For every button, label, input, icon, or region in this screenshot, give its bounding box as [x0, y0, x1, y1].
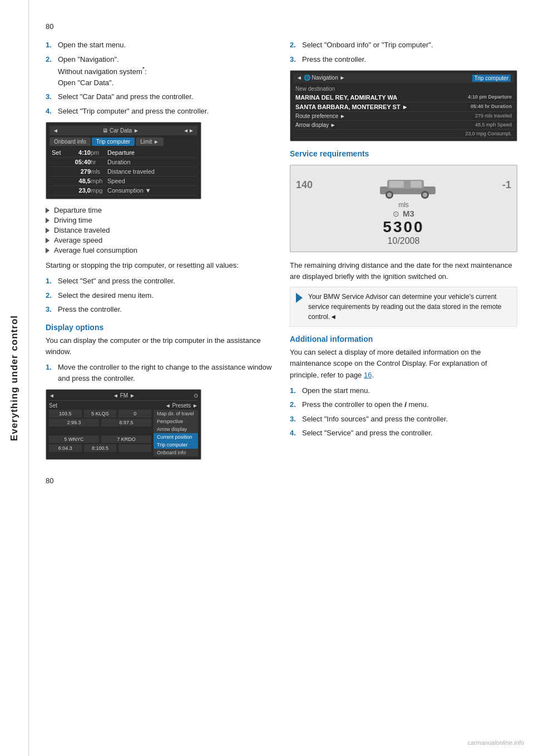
service-symbol-icon: ⊙ — [393, 209, 399, 218]
nav-dest-2: SANTA BARBARA, MONTERREY ST ► 05:40 hr D… — [293, 102, 514, 112]
nav-row-1-val: 279 mls traveled — [475, 113, 512, 119]
reset-steps: 1. Select "Set" and press the controller… — [46, 276, 273, 315]
fm-row-3 — [49, 428, 151, 434]
fm-icon: ⊙ — [194, 392, 198, 399]
fm-menu-map-dir: Map dir. of travel — [154, 410, 198, 418]
car-data-screen: ◄ 🖥 Car Data ► ◄► Onboard info Trip comp… — [46, 122, 201, 199]
add-step-2-text: Press the controller to open the i menu. — [302, 399, 429, 410]
add-step-1: 1. Open the start menu. — [290, 385, 517, 396]
screen-title: 🖥 Car Data ► — [102, 127, 139, 134]
svg-rect-3 — [411, 181, 422, 188]
svg-point-5 — [387, 193, 392, 197]
info-box-text: Your BMW Service Advisor can determine y… — [308, 292, 511, 322]
fm-menu-perspective: Perspective — [154, 418, 198, 425]
nav-top-bar: ◄ 🌐 Navigation ► Trip computer — [293, 73, 514, 83]
fm-row-1: 103.5 5 KLQS 0 — [49, 410, 151, 418]
row-0-val: 4:10 — [68, 149, 91, 156]
fm-station-2: 5 KLQS — [84, 410, 117, 418]
info-triangle-icon — [296, 293, 303, 303]
reset-step-2: 2. Select the desired menu item. — [46, 290, 273, 301]
step-2: 2. Open "Navigation".Without navigation … — [46, 54, 273, 89]
tab-trip-computer[interactable]: Trip computer — [92, 138, 135, 146]
fm-set-label: Set — [49, 402, 57, 409]
page-num-label: 80 — [46, 22, 53, 31]
row-3-val: 48,5 — [68, 178, 91, 184]
fm-row-2: 2:99.3 6:97.5 — [49, 419, 151, 426]
arrow-icon-1 — [46, 208, 50, 213]
svg-rect-2 — [389, 181, 404, 188]
tab-onboard[interactable]: Onboard info — [50, 138, 91, 146]
fm-menu-current-pos[interactable]: Current position — [154, 433, 198, 441]
reset-step-3: 3. Press the controller. — [46, 304, 273, 315]
row-2-unit: mls — [91, 168, 107, 175]
bullet-avg-speed: Average speed — [46, 236, 273, 244]
main-content: 80 1. Open the start menu. 2. Open "Navi… — [29, 0, 534, 756]
fm-stations: 103.5 5 KLQS 0 2:99.3 6:97.5 5 WNYC — [49, 410, 151, 456]
nav-row-1-label: Route preference ► — [295, 113, 345, 119]
add-step-1-num: 1. — [290, 385, 300, 396]
step-3-text: Select "Car Data" and press the controll… — [58, 91, 193, 102]
two-column-layout: 1. Open the start menu. 2. Open "Navigat… — [46, 40, 517, 465]
bullet-text-3: Distance traveled — [54, 226, 110, 234]
right-column: 2. Select "Onboard info" or "Trip comput… — [290, 40, 517, 465]
row-3-unit: mph — [91, 178, 107, 184]
left-column: 1. Open the start menu. 2. Open "Navigat… — [46, 40, 273, 465]
nav-top-right: Trip computer — [472, 75, 511, 82]
fm-station-9: 8:100.5 — [84, 444, 117, 452]
row-2-label: Distance traveled — [107, 168, 195, 175]
bullet-text-1: Departure time — [54, 206, 102, 214]
car-data-row-0: Set 4:10 pm Departure — [50, 148, 197, 158]
display-options-para: You can display the computer or the trip… — [46, 335, 273, 357]
step-4-text: Select "Trip computer" and press the con… — [58, 106, 209, 117]
nav-row-2-val: 48,5 mph Speed — [475, 122, 512, 128]
screen-top-bar: ◄ 🖥 Car Data ► ◄► — [50, 126, 197, 135]
right-step-3-num: 3. — [290, 54, 300, 65]
add-step-3-text: Select "Info sources" and press the cont… — [302, 414, 448, 425]
right-steps-top: 2. Select "Onboard info" or "Trip comput… — [290, 40, 517, 65]
screen-tabs: Onboard info Trip computer Limit ► — [50, 138, 197, 146]
nav-dest-label: New destination — [293, 85, 514, 93]
additional-information-heading: Additional information — [290, 335, 517, 343]
sidebar: Everything under control — [0, 0, 29, 756]
service-mls-row: mls — [398, 201, 409, 209]
display-step-1: 1. Move the controller to the right to c… — [46, 362, 273, 384]
nav-dest-1-text: MARINA DEL REY, ADMIRALTY WA — [295, 94, 397, 101]
fm-screen: ◄ ◄ FM ► ⊙ Set ◄ Presets ► 103.5 5 KLQS — [46, 389, 201, 460]
fm-top-bar: ◄ ◄ FM ► ⊙ — [49, 392, 198, 401]
reset-step-2-num: 2. — [46, 290, 56, 301]
fm-menu-trip-computer[interactable]: Trip computer — [154, 441, 198, 449]
row-0-unit: pm — [91, 149, 107, 156]
car-data-row-3: 48,5 mph Speed — [50, 176, 197, 186]
add-step-4-text: Select "Service" and press the controlle… — [302, 428, 433, 439]
nav-top-left: ◄ 🌐 Navigation ► — [296, 75, 345, 82]
right-step-2: 2. Select "Onboard info" or "Trip comput… — [290, 40, 517, 51]
add-step-2-num: 2. — [290, 399, 300, 410]
info-box: Your BMW Service Advisor can determine y… — [290, 287, 517, 327]
fm-menu-arrow-display: Arrow display — [154, 425, 198, 433]
add-step-3-num: 3. — [290, 414, 300, 425]
reset-intro-para: Starting or stopping the trip computer, … — [46, 260, 273, 271]
step-2-num: 2. — [46, 54, 56, 65]
tab-limit[interactable]: Limit ► — [136, 138, 164, 146]
fm-title: ◄ FM ► — [113, 392, 135, 399]
add-step-1-text: Open the start menu. — [302, 385, 370, 396]
fm-station-5: 6:97.5 — [101, 419, 151, 426]
row-0-label: Departure — [107, 149, 195, 156]
bullet-distance: Distance traveled — [46, 226, 273, 234]
service-left-num: 140 — [296, 179, 313, 191]
service-model: M3 — [403, 209, 414, 218]
service-date: 10/2008 — [388, 236, 420, 246]
step-3-num: 3. — [46, 91, 56, 102]
display-step-1-num: 1. — [46, 362, 56, 373]
reset-step-1-text: Select "Set" and press the controller. — [58, 276, 175, 287]
display-steps: 1. Move the controller to the right to c… — [46, 362, 273, 384]
row-4-set — [52, 187, 68, 194]
car-data-row-4: 23,0 mpg Consumption ▼ — [50, 186, 197, 195]
step-1-num: 1. — [46, 40, 56, 51]
bullet-text-2: Driving time — [54, 216, 92, 224]
row-3-set — [52, 178, 68, 184]
reset-step-1: 1. Select "Set" and press the controller… — [46, 276, 273, 287]
sidebar-text: Everything under control — [9, 315, 20, 441]
page-link[interactable]: 16 — [364, 371, 372, 379]
row-1-unit: hr — [91, 159, 107, 165]
